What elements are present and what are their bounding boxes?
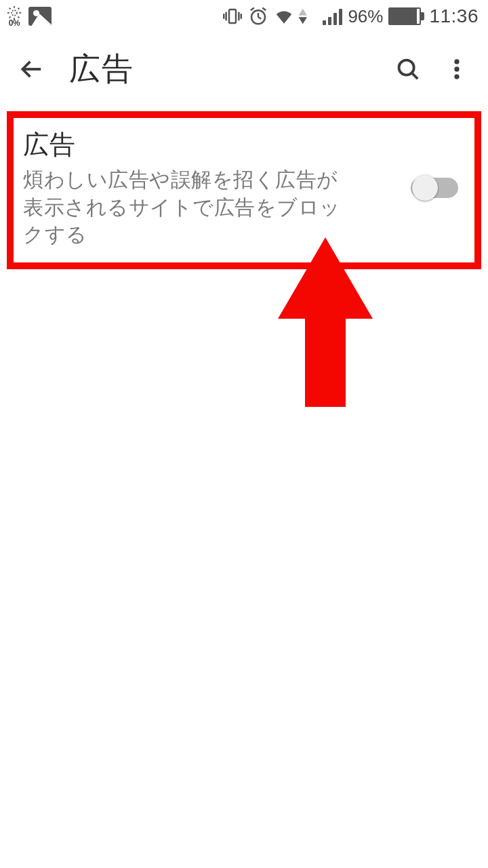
arrow-left-icon — [18, 56, 44, 82]
svg-point-0 — [12, 10, 17, 16]
ads-setting-row[interactable]: 広告 煩わしい広告や誤解を招く広告が表示されるサイトで広告をブロックする — [23, 127, 465, 249]
search-icon — [395, 56, 421, 82]
svg-point-22 — [399, 60, 414, 75]
wifi-icon — [274, 6, 294, 26]
ads-setting-subtitle: 煩わしい広告や誤解を招く広告が表示されるサイトで広告をブロックする — [23, 166, 348, 249]
battery-percent: 96% — [348, 6, 383, 27]
annotation-highlight-box: 広告 煩わしい広告や誤解を招く広告が表示されるサイトで広告をブロックする — [7, 111, 481, 269]
ads-setting-title: 広告 — [23, 127, 394, 162]
svg-line-23 — [412, 73, 418, 79]
svg-point-25 — [454, 66, 459, 71]
overflow-menu-button[interactable] — [432, 45, 481, 94]
brightness-indicator: 0% — [7, 5, 22, 27]
ads-toggle[interactable] — [411, 178, 458, 198]
brightness-percent: 0% — [9, 19, 20, 27]
search-button[interactable] — [384, 45, 432, 94]
toggle-thumb — [412, 175, 438, 201]
svg-line-18 — [263, 8, 266, 11]
battery-icon — [388, 7, 421, 25]
back-button[interactable] — [7, 45, 56, 94]
svg-point-26 — [454, 74, 459, 79]
svg-marker-20 — [299, 17, 308, 24]
vibrate-icon — [222, 6, 243, 26]
picture-icon — [28, 7, 52, 26]
status-bar: 0% 96% 11:36 — [0, 0, 488, 33]
data-icon — [297, 6, 317, 26]
clock: 11:36 — [429, 5, 479, 27]
app-bar: 広告 — [0, 33, 488, 106]
svg-marker-19 — [299, 9, 308, 16]
page-title: 広告 — [69, 48, 384, 90]
svg-line-5 — [9, 8, 11, 9]
svg-point-24 — [454, 59, 459, 64]
svg-line-17 — [251, 8, 254, 11]
more-vert-icon — [444, 56, 470, 82]
svg-line-8 — [18, 8, 20, 9]
signal-icon — [323, 7, 342, 25]
svg-line-16 — [258, 17, 261, 19]
alarm-icon — [248, 6, 268, 26]
svg-rect-9 — [229, 9, 236, 23]
